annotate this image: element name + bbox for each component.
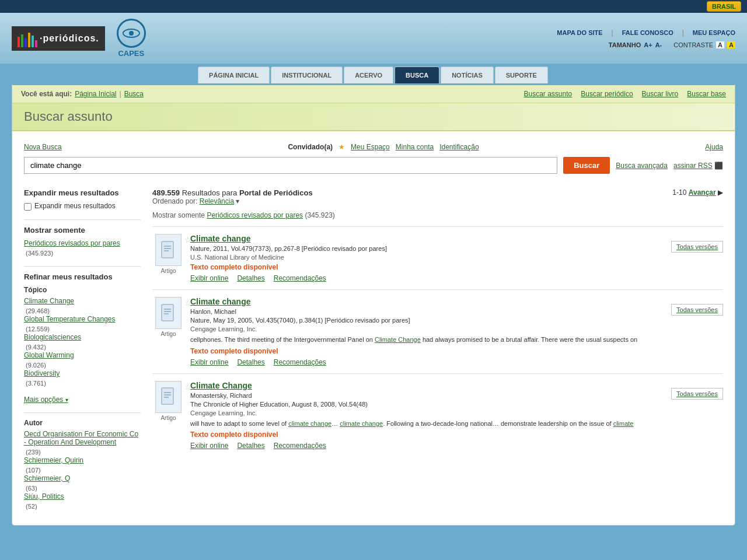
star-icon: ★: [338, 143, 345, 151]
topic-4-link[interactable]: Biodiversity: [24, 369, 141, 377]
a-plus-button[interactable]: A+: [644, 41, 652, 48]
buscar-assunto-link[interactable]: Buscar assunto: [524, 90, 573, 98]
assinar-rss-link[interactable]: assinar RSS: [673, 162, 713, 170]
article-source-1: U.S. National Library of Medicine: [190, 254, 723, 261]
article-author-3: Monastersky, Richard: [190, 392, 723, 399]
fale-conosco-link[interactable]: FALE CONOSCO: [622, 29, 673, 36]
autor-section: Autor Oecd Organisation For Economic Co …: [24, 419, 141, 510]
top-links: MAPA DO SITE | FALE CONOSCO | MEU ESPAÇO: [557, 29, 735, 37]
autor-0-count: (239): [26, 449, 41, 456]
tab-acervo[interactable]: ACERVO: [344, 66, 393, 83]
identificacao-link[interactable]: Identificação: [439, 143, 479, 151]
breadcrumb-busca[interactable]: Busca: [124, 90, 144, 98]
topic-2-link[interactable]: Biologicalsciences: [24, 333, 141, 341]
tab-institucional[interactable]: INSTITUCIONAL: [271, 66, 343, 83]
autor-2-link[interactable]: Schiermeier, Q: [24, 474, 141, 482]
refinar-section: Refinar meus resultados Tópico Climate C…: [24, 272, 141, 404]
periodicos-revisados-sidebar-link[interactable]: Periódicos revisados por pares: [24, 239, 141, 247]
topic-3-link[interactable]: Global Warming: [24, 351, 141, 359]
todas-versoes-2[interactable]: Todas versões: [671, 304, 723, 316]
page-title-bar: Buscar assunto: [12, 103, 735, 131]
article-snippet-3: will have to adapt to some level of clim…: [190, 419, 723, 429]
recomendacoes-1[interactable]: Recomendações: [274, 274, 326, 282]
expandir-checkbox[interactable]: [24, 203, 32, 211]
svg-rect-8: [162, 388, 173, 404]
busca-avancada-link[interactable]: Busca avançada: [616, 162, 668, 170]
article-title-1[interactable]: Climate change: [190, 234, 250, 243]
expandir-title: Expandir meus resultados: [24, 188, 141, 197]
topic-1-link[interactable]: Global Temperature Changes: [24, 315, 141, 323]
nova-busca-area: Nova Busca: [24, 143, 62, 151]
search-row: Buscar Busca avançada assinar RSS ⬛: [24, 157, 723, 174]
recomendacoes-2[interactable]: Recomendações: [274, 358, 326, 366]
expandir-section: Expandir meus resultados Expandir meus r…: [24, 188, 141, 211]
article-content-1: Todas versões Climate change Nature, 201…: [190, 234, 723, 282]
ajuda-link[interactable]: Ajuda: [705, 143, 723, 151]
mapa-do-site-link[interactable]: MAPA DO SITE: [557, 29, 602, 36]
contrast-yellow-button[interactable]: A: [727, 41, 735, 48]
article-type-2: Artigo: [160, 331, 176, 337]
article-title-3[interactable]: Climate Change: [190, 381, 252, 390]
contrast-white-button[interactable]: A: [716, 41, 724, 48]
mais-opcoes-link[interactable]: Mais opções ▾: [24, 396, 68, 404]
topic-0-link[interactable]: Climate Change: [24, 297, 141, 305]
snippet-link-3a[interactable]: climate change: [288, 420, 331, 427]
periodicos-revisados-results-link[interactable]: Periódicos revisados por pares: [207, 211, 303, 219]
results-count-area: 489.559 Resultados para Portal de Periód…: [152, 188, 313, 205]
favorite-star-2[interactable]: ☆: [184, 298, 192, 307]
minha-conta-link[interactable]: Minha conta: [396, 143, 434, 151]
nova-busca-link[interactable]: Nova Busca: [24, 143, 62, 151]
tamanho-label: TAMANHO: [609, 41, 641, 48]
search-input[interactable]: [24, 157, 557, 174]
autor-3-link[interactable]: Siúu, Politics: [24, 492, 141, 501]
paginacao: 1-10 Avançar ▶: [672, 188, 723, 197]
buscar-base-link[interactable]: Buscar base: [687, 90, 726, 98]
topic-0-count: (29.468): [26, 307, 50, 314]
divider1: [24, 219, 141, 220]
todas-versoes-1[interactable]: Todas versões: [671, 241, 723, 253]
snippet-link-3c[interactable]: climate: [613, 420, 634, 427]
exibir-online-3[interactable]: Exibir online: [190, 442, 228, 450]
busca-avancada-area: Busca avançada: [616, 162, 668, 170]
meu-espaco-header-link[interactable]: MEU ESPAÇO: [693, 29, 735, 36]
tab-suporte[interactable]: SUPORTE: [495, 66, 548, 83]
bc-sep: |: [120, 90, 121, 98]
breadcrumb-pagina-inicial[interactable]: Página Inicial: [75, 90, 116, 98]
voce-esta-aqui-label: Você está aqui:: [21, 90, 72, 98]
avancar-link[interactable]: Avançar: [689, 188, 716, 197]
topic-1-count: (12.559): [26, 326, 50, 332]
exibir-online-1[interactable]: Exibir online: [190, 274, 228, 282]
divider3: [24, 412, 141, 413]
sep2: |: [682, 29, 684, 37]
snippet-link-3b[interactable]: climate change: [340, 420, 383, 427]
detalhes-2[interactable]: Detalhes: [237, 358, 264, 366]
brasil-button[interactable]: BRASIL: [707, 1, 741, 12]
periodicos-logo: ·periódicos.: [12, 26, 105, 51]
snippet-link-2[interactable]: Climate Change: [375, 336, 421, 343]
tab-busca[interactable]: BUSCA: [395, 66, 439, 83]
a-minus-button[interactable]: A-: [655, 41, 662, 48]
search-top: Nova Busca Convidado(a) ★ Meu Espaço Min…: [24, 143, 723, 151]
favorite-star-1[interactable]: ☆: [184, 235, 192, 244]
todas-versoes-3[interactable]: Todas versões: [671, 388, 723, 400]
topic-4-count: (3.761): [26, 380, 46, 387]
detalhes-3[interactable]: Detalhes: [237, 442, 264, 450]
meu-espaco-link[interactable]: Meu Espaço: [351, 143, 390, 151]
breadcrumb-left: Você está aqui: Página Inicial | Busca: [21, 90, 144, 98]
article-content-2: Todas versões Climate change Hanlon, Mic…: [190, 297, 723, 366]
recomendacoes-3[interactable]: Recomendações: [274, 442, 326, 450]
buscar-livro-link[interactable]: Buscar livro: [642, 90, 679, 98]
favorite-star-3[interactable]: ☆: [184, 382, 192, 391]
buscar-periodico-link[interactable]: Buscar periódico: [581, 90, 633, 98]
tab-pagina-inicial[interactable]: PÁGINA INICIAL: [198, 66, 270, 83]
relevancia-link[interactable]: Relevância: [200, 197, 234, 205]
article-type-3: Artigo: [160, 415, 176, 421]
autor-0-link[interactable]: Oecd Organisation For Economic Co - Oper…: [24, 430, 141, 446]
exibir-online-2[interactable]: Exibir online: [190, 358, 228, 366]
document-icon-3: [160, 387, 177, 406]
article-title-2[interactable]: Climate change: [190, 297, 250, 306]
buscar-button[interactable]: Buscar: [563, 157, 610, 174]
tab-noticias[interactable]: NOTÍCIAS: [441, 66, 494, 83]
autor-1-link[interactable]: Schiermeier, Quirin: [24, 456, 141, 464]
detalhes-1[interactable]: Detalhes: [237, 274, 264, 282]
